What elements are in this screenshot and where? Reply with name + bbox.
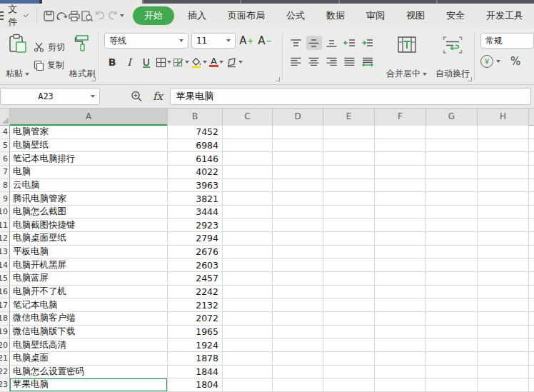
group-expand-icon[interactable]: [91, 77, 96, 81]
cell-D13[interactable]: [273, 246, 323, 259]
cell-F11[interactable]: [375, 218, 426, 232]
row-header-15[interactable]: 15: [0, 272, 10, 286]
cell-G15[interactable]: [426, 272, 478, 286]
cell-F22[interactable]: [375, 366, 426, 379]
cell-D20[interactable]: [273, 338, 323, 352]
cell-A10[interactable]: 电脑怎么截图: [10, 206, 168, 219]
cell-H12[interactable]: [478, 232, 529, 246]
cell-F8[interactable]: [375, 179, 426, 193]
cell-G19[interactable]: [426, 326, 478, 339]
row-header-19[interactable]: 19: [0, 326, 10, 339]
group-expand-icon[interactable]: [468, 77, 472, 81]
cell-C4[interactable]: [223, 126, 273, 139]
cell-C13[interactable]: [223, 246, 273, 259]
font-color-button[interactable]: A: [208, 54, 224, 70]
row-header-18[interactable]: 18: [0, 312, 10, 326]
cell-H13[interactable]: [478, 246, 529, 259]
cell-F13[interactable]: [375, 246, 426, 259]
italic-button[interactable]: I: [121, 54, 137, 70]
cell-C6[interactable]: [223, 152, 273, 166]
row-header-13[interactable]: 13: [0, 246, 10, 259]
copy-button[interactable]: 复制: [34, 59, 65, 71]
cell-H18[interactable]: [478, 312, 529, 326]
cell-C19[interactable]: [223, 326, 273, 339]
cell-E11[interactable]: [323, 218, 375, 232]
cell-A7[interactable]: 电脑: [10, 166, 168, 179]
cell-F6[interactable]: [375, 152, 426, 166]
row-header-9[interactable]: 9: [0, 192, 10, 206]
cell-F16[interactable]: [375, 286, 426, 299]
cell-A19[interactable]: 微信电脑版下载: [10, 326, 168, 339]
cell-G5[interactable]: [426, 139, 478, 153]
cell-F5[interactable]: [375, 139, 426, 153]
cell-G17[interactable]: [426, 298, 478, 312]
cell-A22[interactable]: 电脑怎么设置密码: [10, 366, 168, 379]
cell-B4[interactable]: 7452: [168, 126, 223, 139]
cell-B14[interactable]: 2603: [168, 258, 223, 272]
number-format-select[interactable]: 常规: [480, 33, 534, 49]
file-menu-button[interactable]: 文件: [4, 3, 31, 29]
cell-E7[interactable]: [323, 166, 375, 179]
cell-G14[interactable]: [426, 258, 478, 272]
decrease-font-button[interactable]: A−: [257, 33, 273, 49]
cell-A17[interactable]: 笔记本电脑: [10, 298, 168, 312]
tab-2[interactable]: 页面布局: [217, 6, 276, 25]
row-header-16[interactable]: 16: [0, 286, 10, 299]
bold-button[interactable]: B: [104, 54, 120, 70]
cell-H15[interactable]: [478, 272, 529, 286]
cell-D23[interactable]: [273, 378, 323, 392]
cell-C14[interactable]: [223, 258, 273, 272]
cell-A15[interactable]: 电脑蓝屏: [10, 272, 168, 286]
cell-E12[interactable]: [323, 232, 375, 246]
cell-D4[interactable]: [273, 126, 323, 139]
cell-E16[interactable]: [323, 286, 375, 299]
font-family-select[interactable]: 等线: [104, 33, 188, 49]
row-header-4[interactable]: 4: [0, 126, 10, 139]
cell-B18[interactable]: 2072: [168, 312, 223, 326]
align-bottom-button[interactable]: [324, 36, 340, 50]
cell-D5[interactable]: [273, 139, 323, 153]
align-right-button[interactable]: [324, 54, 340, 69]
cell-F10[interactable]: [375, 206, 426, 219]
cell-E4[interactable]: [323, 126, 375, 139]
row-header-17[interactable]: 17: [0, 298, 10, 312]
redo-button[interactable]: [106, 7, 119, 24]
cell-F12[interactable]: [375, 232, 426, 246]
cell-G16[interactable]: [426, 286, 478, 299]
cell-D17[interactable]: [273, 298, 323, 312]
cell-C9[interactable]: [223, 192, 273, 206]
cell-G12[interactable]: [426, 232, 478, 246]
cell-D6[interactable]: [273, 152, 323, 166]
zoom-formula-button[interactable]: [130, 90, 143, 103]
cell-E18[interactable]: [323, 312, 375, 326]
align-left-button[interactable]: [288, 54, 304, 69]
column-header-C[interactable]: C: [223, 109, 273, 126]
row-header-12[interactable]: 12: [0, 232, 10, 246]
cell-A21[interactable]: 电脑桌面: [10, 352, 168, 366]
toolbar-more-button[interactable]: [119, 7, 126, 24]
cell-H8[interactable]: [478, 179, 529, 193]
cell-B13[interactable]: 2676: [168, 246, 223, 259]
cell-H11[interactable]: [478, 218, 529, 232]
column-header-H[interactable]: H: [478, 109, 529, 126]
cut-button[interactable]: 剪切: [34, 41, 65, 54]
cell-C17[interactable]: [223, 298, 273, 312]
export-button[interactable]: [55, 7, 68, 24]
cell-D9[interactable]: [273, 192, 323, 206]
cell-B6[interactable]: 6146: [168, 152, 223, 166]
tab-6[interactable]: 视图: [396, 6, 435, 25]
format-painter-button[interactable]: 格式刷: [66, 28, 98, 84]
cell-B22[interactable]: 1844: [168, 366, 223, 379]
wrap-text-button[interactable]: 自动换行: [434, 31, 471, 84]
cell-F18[interactable]: [375, 312, 426, 326]
cell-H9[interactable]: [478, 192, 529, 206]
increase-font-button[interactable]: A+: [238, 33, 254, 49]
tab-4[interactable]: 数据: [316, 6, 356, 25]
column-header-A[interactable]: A: [10, 109, 168, 126]
column-header-F[interactable]: F: [375, 109, 426, 126]
cell-H22[interactable]: [478, 366, 529, 379]
cell-H6[interactable]: [478, 152, 529, 166]
cell-A14[interactable]: 电脑开机黑屏: [10, 258, 168, 272]
cell-B12[interactable]: 2794: [168, 232, 223, 246]
increase-indent-button[interactable]: [360, 36, 376, 50]
